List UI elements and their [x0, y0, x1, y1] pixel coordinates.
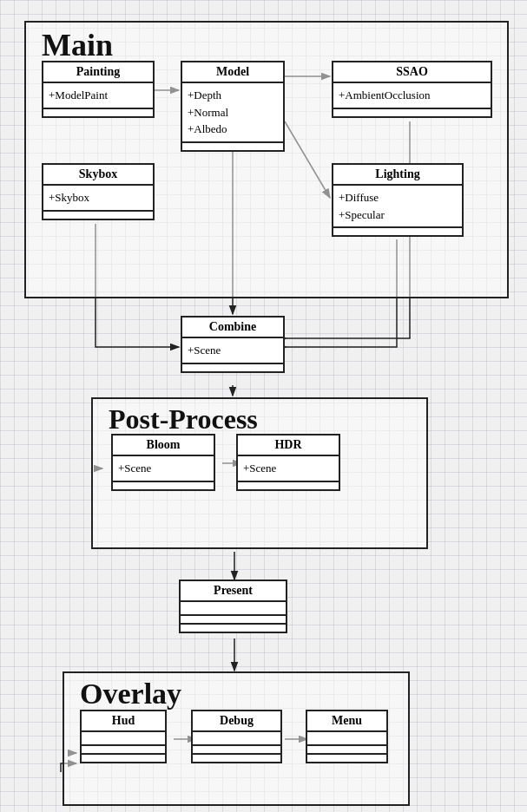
overlay-label: Overlay	[80, 678, 181, 710]
present-header: Present	[181, 581, 286, 602]
lighting-box: Lighting +Diffuse+Specular	[332, 163, 464, 237]
hud-body	[82, 732, 165, 744]
postprocess-label: Post-Process	[109, 403, 258, 435]
ssao-body: +AmbientOcclusion	[333, 83, 491, 108]
menu-body	[307, 732, 386, 744]
debug-body	[193, 732, 280, 744]
menu-footer2	[307, 753, 386, 762]
present-footer	[181, 614, 286, 623]
painting-box: Painting +ModelPaint	[42, 61, 155, 118]
bloom-box: Bloom +Scene	[111, 434, 215, 491]
model-footer	[182, 141, 283, 150]
hud-footer	[82, 744, 165, 753]
combine-body: +Scene	[182, 338, 283, 363]
combine-box: Combine +Scene	[181, 316, 285, 373]
menu-box: Menu	[306, 710, 388, 763]
skybox-box: Skybox +Skybox	[42, 163, 155, 220]
menu-header: Menu	[307, 711, 386, 732]
ssao-header: SSAO	[333, 62, 491, 83]
debug-footer	[193, 744, 280, 753]
main-group-label: Main	[42, 27, 113, 63]
bloom-header: Bloom	[113, 435, 214, 456]
present-body	[181, 602, 286, 614]
diagram-container: Main Painting +ModelPaint Model +Depth+N…	[9, 9, 517, 798]
hud-footer2	[82, 753, 165, 762]
model-header: Model	[182, 62, 283, 83]
model-box: Model +Depth+Normal+Albedo	[181, 61, 285, 152]
debug-header: Debug	[193, 711, 280, 732]
present-box: Present	[179, 580, 287, 633]
ssao-box: SSAO +AmbientOcclusion	[332, 61, 492, 118]
debug-footer2	[193, 753, 280, 762]
hdr-body: +Scene	[238, 456, 339, 481]
hdr-box: HDR +Scene	[236, 434, 340, 491]
lighting-body: +Diffuse+Specular	[333, 186, 462, 226]
combine-footer	[182, 363, 283, 371]
present-footer2	[181, 623, 286, 632]
skybox-footer	[43, 210, 153, 219]
debug-box: Debug	[191, 710, 282, 763]
painting-header: Painting	[43, 62, 153, 83]
hud-header: Hud	[82, 711, 165, 732]
combine-header: Combine	[182, 318, 283, 338]
hdr-footer	[238, 481, 339, 489]
hdr-header: HDR	[238, 435, 339, 456]
lighting-footer	[333, 226, 462, 235]
skybox-body: +Skybox	[43, 186, 153, 210]
model-body: +Depth+Normal+Albedo	[182, 83, 283, 141]
bloom-footer	[113, 481, 214, 489]
bloom-body: +Scene	[113, 456, 214, 481]
painting-body: +ModelPaint	[43, 83, 153, 108]
ssao-footer	[333, 108, 491, 116]
painting-footer	[43, 108, 153, 116]
menu-footer	[307, 744, 386, 753]
lighting-header: Lighting	[333, 165, 462, 186]
skybox-header: Skybox	[43, 165, 153, 186]
hud-box: Hud	[80, 710, 167, 763]
